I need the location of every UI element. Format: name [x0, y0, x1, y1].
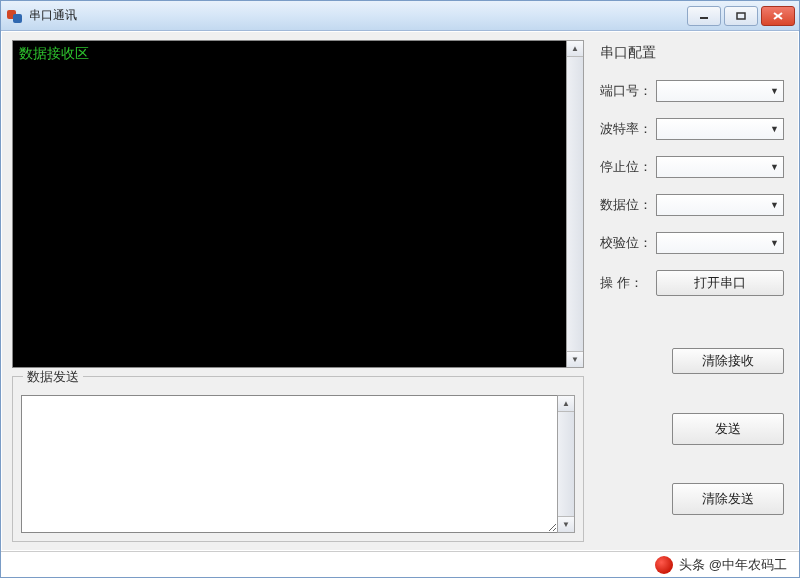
maximize-icon [736, 12, 746, 20]
stopbits-label: 停止位： [600, 158, 656, 176]
chevron-down-icon: ▼ [770, 200, 779, 210]
send-scrollbar[interactable]: ▲ ▼ [557, 395, 575, 533]
stopbits-row: 停止位： ▼ [600, 156, 784, 178]
parity-label: 校验位： [600, 234, 656, 252]
send-buttons-panel: 发送 清除发送 [590, 376, 788, 542]
port-label: 端口号： [600, 82, 656, 100]
open-port-button[interactable]: 打开串口 [656, 270, 784, 296]
attribution-text: 头条 @中年农码工 [679, 556, 787, 574]
baud-combobox[interactable]: ▼ [656, 118, 784, 140]
port-row: 端口号： ▼ [600, 80, 784, 102]
clear-send-button[interactable]: 清除发送 [672, 483, 784, 515]
parity-combobox[interactable]: ▼ [656, 232, 784, 254]
databits-label: 数据位： [600, 196, 656, 214]
receive-area: 数据接收区 ▲ ▼ [12, 40, 584, 368]
baud-row: 波特率： ▼ [600, 118, 784, 140]
receive-scrollbar[interactable]: ▲ ▼ [566, 40, 584, 368]
minimize-button[interactable] [687, 6, 721, 26]
footer: 头条 @中年农码工 [1, 551, 799, 577]
app-icon [7, 8, 23, 24]
scroll-up-icon[interactable]: ▲ [567, 41, 583, 57]
app-window: 串口通讯 数据接收区 ▲ ▼ 串口配置 端口号： ▼ [0, 0, 800, 578]
close-icon [773, 12, 783, 20]
send-group-title: 数据发送 [23, 368, 83, 386]
operation-row: 操 作： 打开串口 [600, 270, 784, 296]
clear-receive-button[interactable]: 清除接收 [672, 348, 784, 374]
baud-label: 波特率： [600, 120, 656, 138]
chevron-down-icon: ▼ [770, 86, 779, 96]
scroll-down-icon[interactable]: ▼ [567, 351, 583, 367]
brand-icon [655, 556, 673, 574]
chevron-down-icon: ▼ [770, 162, 779, 172]
maximize-button[interactable] [724, 6, 758, 26]
chevron-down-icon: ▼ [770, 238, 779, 248]
operation-label: 操 作： [600, 274, 656, 292]
config-header: 串口配置 [600, 44, 784, 62]
port-combobox[interactable]: ▼ [656, 80, 784, 102]
stopbits-combobox[interactable]: ▼ [656, 156, 784, 178]
send-group: 数据发送 ▲ ▼ [12, 376, 584, 542]
receive-textbox[interactable]: 数据接收区 [12, 40, 566, 368]
titlebar[interactable]: 串口通讯 [1, 1, 799, 31]
databits-row: 数据位： ▼ [600, 194, 784, 216]
serial-config-panel: 串口配置 端口号： ▼ 波特率： ▼ 停止位： ▼ [590, 40, 788, 368]
close-button[interactable] [761, 6, 795, 26]
client-area: 数据接收区 ▲ ▼ 串口配置 端口号： ▼ 波特率： ▼ [1, 31, 799, 551]
chevron-down-icon: ▼ [770, 124, 779, 134]
window-title: 串口通讯 [29, 7, 77, 24]
scroll-down-icon[interactable]: ▼ [558, 516, 574, 532]
send-button[interactable]: 发送 [672, 413, 784, 445]
send-textbox[interactable] [21, 395, 557, 533]
svg-rect-1 [737, 13, 745, 19]
databits-combobox[interactable]: ▼ [656, 194, 784, 216]
minimize-icon [699, 12, 709, 20]
scroll-up-icon[interactable]: ▲ [558, 396, 574, 412]
parity-row: 校验位： ▼ [600, 232, 784, 254]
